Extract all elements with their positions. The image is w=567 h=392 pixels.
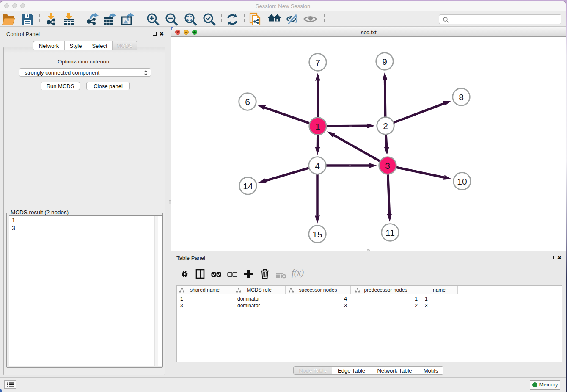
svg-text:1: 1 bbox=[315, 121, 320, 131]
svg-text:11: 11 bbox=[385, 228, 395, 237]
svg-text:14: 14 bbox=[243, 181, 253, 191]
svg-text:15: 15 bbox=[312, 229, 322, 239]
svg-text:4: 4 bbox=[315, 161, 320, 171]
svg-text:10: 10 bbox=[457, 177, 467, 186]
svg-text:2: 2 bbox=[383, 121, 388, 131]
svg-text:3: 3 bbox=[385, 161, 390, 171]
svg-text:7: 7 bbox=[315, 58, 320, 67]
svg-text:6: 6 bbox=[245, 97, 250, 107]
svg-text:8: 8 bbox=[459, 92, 464, 102]
svg-text:9: 9 bbox=[382, 57, 387, 66]
